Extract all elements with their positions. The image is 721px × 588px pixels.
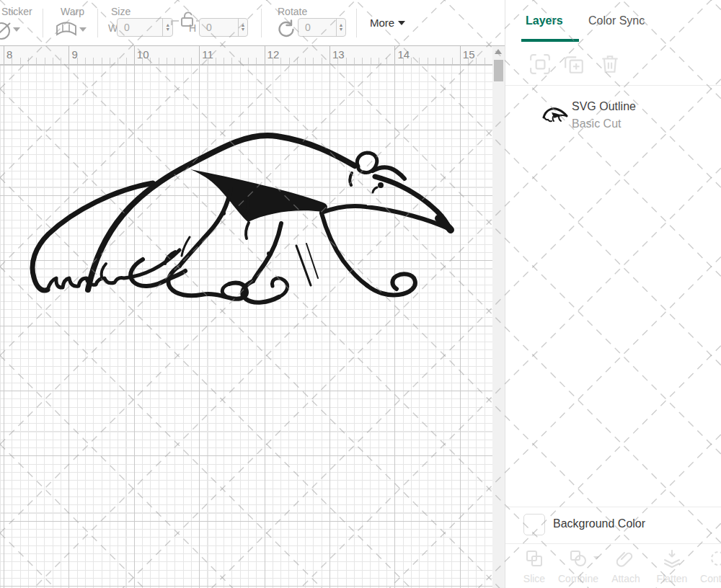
- attach-label: Attach: [601, 573, 651, 584]
- rotate-stepper[interactable]: ▲▼: [336, 19, 345, 36]
- layer-tools-row: [505, 53, 721, 78]
- ruler-minor-tick: [428, 58, 428, 64]
- ruler-minor-tick: [297, 58, 298, 64]
- ruler-minor-tick: [354, 58, 355, 64]
- ruler: 89101112131415: [0, 46, 492, 65]
- ruler-number: 12: [267, 48, 280, 61]
- height-input[interactable]: [200, 19, 238, 36]
- ruler-minor-tick: [386, 58, 387, 64]
- active-tab-underline: [521, 39, 579, 42]
- flatten-icon: [663, 549, 681, 568]
- flatten-button[interactable]: Flatten: [647, 549, 697, 584]
- height-input-group: ▲▼: [199, 18, 248, 37]
- layer-item[interactable]: SVG Outline Basic Cut: [505, 94, 721, 135]
- ruler-minor-tick: [346, 58, 347, 64]
- ruler-minor-tick: [36, 58, 37, 64]
- ruler-inch-tick: [329, 46, 330, 65]
- ruler-inch-tick: [394, 46, 395, 65]
- ruler-minor-tick: [443, 58, 444, 64]
- layer-thumbnail-anteater: [541, 105, 569, 124]
- ruler-minor-tick: [159, 58, 159, 64]
- ruler-minor-tick: [224, 58, 224, 64]
- attach-button[interactable]: Attach: [601, 549, 651, 584]
- ruler-minor-tick: [419, 58, 420, 64]
- ruler-inch-tick: [134, 46, 135, 65]
- rotate-input[interactable]: [298, 19, 336, 36]
- ruler-minor-tick: [411, 58, 412, 64]
- warp-dropdown-caret[interactable]: [79, 27, 87, 32]
- slice-button[interactable]: Slice: [509, 549, 559, 584]
- sticker-section-label: Sticker: [1, 6, 32, 17]
- delete-icon[interactable]: [599, 53, 621, 75]
- combine-button[interactable]: Combine: [553, 549, 603, 584]
- edit-toolbar: Sticker Warp Size W ▲▼: [0, 0, 505, 46]
- ruler-minor-tick: [371, 58, 371, 64]
- scrollbar-thumb[interactable]: [494, 60, 503, 81]
- ruler-minor-tick: [240, 58, 241, 64]
- warp-banner-icon[interactable]: [56, 21, 77, 38]
- combine-label: Combine: [553, 573, 603, 584]
- rotate-arrow-icon[interactable]: [276, 19, 295, 38]
- slice-label: Slice: [509, 573, 559, 584]
- tab-color-sync[interactable]: Color Sync: [588, 14, 645, 27]
- ruler-minor-tick: [61, 58, 61, 64]
- ruler-inch-tick: [199, 46, 200, 65]
- contour-icon: [709, 549, 721, 568]
- height-stepper[interactable]: ▲▼: [238, 19, 247, 36]
- height-label: H: [189, 22, 196, 34]
- tab-layers[interactable]: Layers: [526, 14, 563, 27]
- contour-button[interactable]: Contour: [693, 549, 721, 584]
- ruler-minor-tick: [289, 58, 290, 64]
- combine-icon: [569, 549, 588, 568]
- sticker-dropdown-caret[interactable]: [13, 27, 20, 32]
- ruler-number: 14: [397, 48, 410, 61]
- ruler-minor-tick: [45, 58, 45, 64]
- ruler-minor-tick: [379, 58, 379, 64]
- scroll-up-arrow-icon[interactable]: [495, 49, 502, 54]
- ruler-minor-tick: [231, 58, 232, 64]
- ruler-inch-tick: [68, 46, 69, 65]
- ruler-inch-tick: [265, 46, 265, 65]
- ruler-minor-tick: [110, 58, 110, 64]
- ruler-number: 11: [202, 48, 213, 61]
- ruler-minor-tick: [126, 58, 127, 64]
- rotate-input-group: ▲▼: [298, 18, 346, 37]
- ruler-number: 8: [6, 48, 12, 61]
- width-input[interactable]: [118, 19, 162, 36]
- ruler-minor-tick: [322, 58, 322, 64]
- combine-dropdown-caret[interactable]: [593, 556, 599, 560]
- group-icon[interactable]: [529, 53, 551, 75]
- ruler-minor-tick: [313, 58, 314, 64]
- more-dropdown-caret[interactable]: [398, 21, 405, 25]
- layer-actions-bar: Slice Combine Attach: [505, 544, 721, 588]
- contour-label: Contour: [693, 573, 721, 584]
- ruler-minor-tick: [248, 58, 249, 64]
- more-menu-button[interactable]: More: [370, 17, 394, 29]
- ruler-minor-tick: [150, 58, 151, 64]
- ruler-minor-tick: [485, 58, 485, 64]
- ruler-number: 10: [137, 48, 149, 61]
- ruler-inch-tick: [4, 46, 4, 65]
- design-app-window: Sticker Warp Size W ▲▼: [0, 0, 721, 588]
- ruler-minor-tick: [167, 58, 167, 64]
- ruler-minor-tick: [476, 58, 477, 64]
- ruler-minor-tick: [280, 58, 281, 64]
- background-color-row[interactable]: Background Color: [505, 507, 721, 543]
- ruler-number: 15: [463, 48, 475, 61]
- vertical-scrollbar[interactable]: [492, 46, 505, 588]
- warp-section-label: Warp: [61, 6, 84, 17]
- ruler-minor-tick: [305, 58, 306, 64]
- anteater-artwork[interactable]: [0, 65, 492, 588]
- ruler-minor-tick: [28, 58, 29, 64]
- design-canvas[interactable]: [0, 65, 492, 588]
- ruler-minor-tick: [362, 58, 363, 64]
- flatten-label: Flatten: [647, 573, 697, 584]
- duplicate-icon[interactable]: [563, 53, 585, 75]
- ruler-minor-tick: [216, 58, 216, 64]
- ruler-minor-tick: [93, 58, 94, 64]
- layer-title: SVG Outline: [572, 100, 636, 113]
- background-color-label: Background Color: [553, 517, 645, 530]
- ruler-number: 9: [71, 48, 77, 61]
- background-color-swatch[interactable]: [523, 514, 545, 535]
- attach-icon: [616, 549, 635, 568]
